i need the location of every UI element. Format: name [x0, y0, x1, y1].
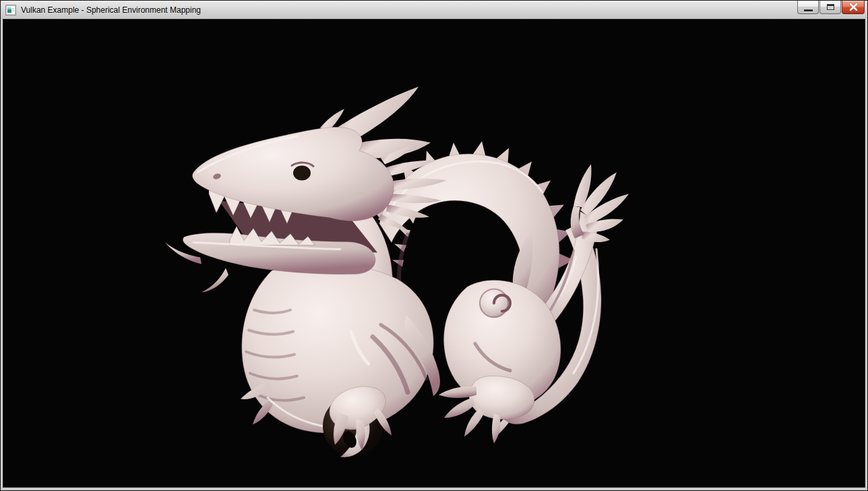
rear-foot [439, 376, 534, 444]
eye [293, 166, 311, 181]
minimize-button[interactable] [797, 1, 819, 14]
render-viewport[interactable] [3, 19, 865, 488]
maximize-icon [827, 4, 834, 10]
application-icon[interactable] [5, 5, 16, 16]
minimize-icon [804, 9, 813, 11]
close-button[interactable] [842, 1, 865, 14]
close-icon [849, 3, 858, 11]
window-title: Vulkan Example - Spherical Environment M… [21, 5, 201, 15]
app-window: Vulkan Example - Spherical Environment M… [0, 0, 868, 491]
dragon-render [3, 20, 865, 487]
window-controls [797, 1, 865, 15]
titlebar[interactable]: Vulkan Example - Spherical Environment M… [1, 1, 867, 19]
maximize-button[interactable] [819, 1, 841, 14]
skull [193, 127, 394, 221]
tail-tuft [571, 165, 629, 243]
chin-barbel [202, 268, 228, 293]
